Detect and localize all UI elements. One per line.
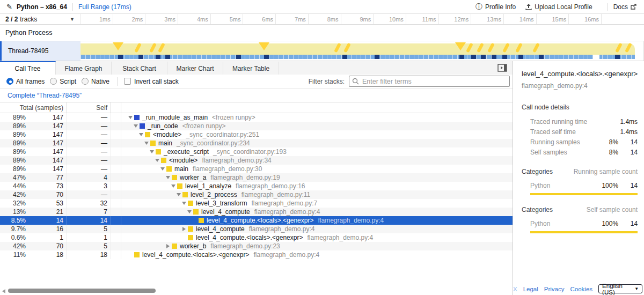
native-category-icon <box>134 115 140 120</box>
tab-marker-table[interactable]: Marker Table <box>223 61 279 75</box>
table-row[interactable]: 89%147—main_sync_coordinator.py:234 <box>0 139 513 148</box>
sample-strip <box>80 55 635 59</box>
expand-twisty[interactable] <box>170 185 177 188</box>
table-row[interactable]: 42%70—level_2_processflamegraph_demo.py:… <box>0 190 513 199</box>
table-row[interactable]: 11%1818level_4_compute.<locals>.<genexpr… <box>0 250 513 259</box>
chevron-right-icon <box>182 227 186 231</box>
expand-twisty[interactable] <box>137 133 145 136</box>
total-percent: 32% <box>0 200 26 207</box>
cookies-link[interactable]: Cookies <box>570 286 593 292</box>
total-percent: 9.7% <box>0 225 26 233</box>
total-percent: 89% <box>0 139 26 147</box>
column-header-total[interactable]: Total (samples) <box>0 102 67 113</box>
radio-all-frames[interactable]: All frames <box>6 78 45 85</box>
expand-twisty[interactable] <box>186 210 193 213</box>
table-row[interactable]: 89%147—<module>_sync_coordinator.py:251 <box>0 130 513 139</box>
complete-thread-link[interactable]: Complete “Thread-78495” <box>8 92 82 99</box>
expand-twisty[interactable] <box>164 176 172 179</box>
tab-call-tree[interactable]: Call Tree <box>0 61 56 75</box>
search-wrap <box>349 76 510 87</box>
tab-stack-chart[interactable]: Stack Chart <box>112 61 167 75</box>
horizontal-scrollbar <box>0 286 513 295</box>
table-row[interactable]: 44%733level_1_analyzeflamegraph_demo.py:… <box>0 182 513 190</box>
stat-value: 14 <box>618 149 638 156</box>
legal-link[interactable]: Legal <box>523 286 538 292</box>
track-canvas[interactable] <box>80 41 644 61</box>
marker-triangle-icon[interactable] <box>113 42 123 50</box>
expand-twisty[interactable] <box>148 150 156 153</box>
scrollbar-thumb[interactable] <box>8 289 156 293</box>
docs-link[interactable]: Docs <box>613 3 636 11</box>
expand-twisty[interactable] <box>143 142 150 145</box>
function-name: _run_module_as_main <box>142 114 208 121</box>
marker-triangle-icon[interactable] <box>259 42 269 50</box>
function-name: level_4_compute <box>196 225 245 233</box>
radio-native[interactable]: Native <box>82 78 109 85</box>
total-samples: 53 <box>26 200 67 207</box>
scroll-left-arrow-icon[interactable] <box>2 289 5 293</box>
cell-spacer <box>111 242 121 250</box>
function-file: flamegraph_demo.py:4 <box>307 234 373 241</box>
cell-self: — <box>67 139 111 148</box>
upload-profile-button[interactable]: Upload Local Profile <box>525 3 592 11</box>
search-input[interactable] <box>349 76 510 87</box>
external-link-icon <box>631 4 636 10</box>
expand-twisty[interactable] <box>153 159 161 162</box>
table-row[interactable]: 89%147—_run_module_as_main<frozen runpy> <box>0 113 513 122</box>
column-header-self[interactable]: Self <box>67 102 111 113</box>
privacy-link[interactable]: Privacy <box>544 286 565 292</box>
function-file: flamegraph_demo.py:16 <box>236 182 305 190</box>
expand-twisty[interactable] <box>175 193 182 196</box>
radio-script[interactable]: Script <box>50 78 76 85</box>
tree-header: Total (samples) Self <box>0 102 513 113</box>
profile-info-button[interactable]: ⓘ Profile Info <box>475 2 516 12</box>
sidebar-toggle-button[interactable] <box>497 64 507 72</box>
table-row[interactable]: 47%774worker_aflamegraph_demo.py:19 <box>0 173 513 182</box>
edit-profile-name-icon[interactable]: ✎ <box>6 3 12 11</box>
sample-segment-dark <box>236 55 241 59</box>
expand-twisty[interactable] <box>180 202 188 205</box>
python-category-icon <box>150 141 156 146</box>
function-file: flamegraph_demo.py:30 <box>193 165 262 173</box>
expand-twisty[interactable] <box>127 116 134 119</box>
table-row[interactable]: 8.5%1414level_4_compute.<locals>.<genexp… <box>0 216 513 225</box>
total-percent: 11% <box>0 251 26 259</box>
sample-segment-dark <box>165 55 170 59</box>
expand-twisty[interactable] <box>159 167 166 171</box>
sample-gap <box>593 55 599 59</box>
tab-marker-chart[interactable]: Marker Chart <box>167 61 223 75</box>
stat-label: Running samples <box>530 138 595 146</box>
function-file: <frozen runpy> <box>212 114 255 121</box>
footer: X Legal Privacy Cookies English (US) ▼ <box>513 284 642 293</box>
cell-spacer <box>111 156 121 165</box>
invert-call-stack-checkbox[interactable]: Invert call stack <box>124 78 179 85</box>
table-row[interactable]: 89%147—<module>flamegraph_demo.py:34 <box>0 156 513 165</box>
process-track-header[interactable]: Python Process <box>0 25 644 41</box>
expand-twisty[interactable] <box>164 244 172 248</box>
cell-total: 8.5%14 <box>0 216 67 225</box>
ruler-tick: 5ms <box>211 14 244 24</box>
table-row[interactable]: 89%147—_run_code<frozen runpy> <box>0 122 513 130</box>
marker-triangle-icon[interactable] <box>455 42 466 50</box>
table-row[interactable]: 13%217level_4_computeflamegraph_demo.py:… <box>0 208 513 216</box>
tab-flame-graph[interactable]: Flame Graph <box>56 61 112 75</box>
python-category-icon <box>145 132 150 137</box>
expand-twisty[interactable] <box>180 227 188 231</box>
table-row[interactable]: 89%147—mainflamegraph_demo.py:30 <box>0 165 513 173</box>
ruler-tick: 15ms <box>537 14 569 24</box>
tracks-dropdown[interactable]: 2 / 2 tracks ▼ <box>0 14 80 24</box>
table-row[interactable]: 32%5332level_3_transformflamegraph_demo.… <box>0 199 513 208</box>
cell-self: — <box>67 165 111 173</box>
language-select[interactable]: English (US) ▼ <box>598 284 642 293</box>
cell-self: 5 <box>67 242 111 250</box>
thread-track-label[interactable]: Thread-78495 <box>2 41 80 61</box>
timeline-ruler: 1ms2ms3ms4ms5ms6ms7ms8ms9ms10ms11ms12ms1… <box>80 14 644 24</box>
dismiss-footer-button[interactable]: X <box>513 286 517 292</box>
sample-segment-dark <box>264 55 269 59</box>
table-row[interactable]: 9.7%165level_4_computeflamegraph_demo.py… <box>0 225 513 233</box>
table-row[interactable]: 89%147—_execute_script_sync_coordinator.… <box>0 148 513 156</box>
full-range-link[interactable]: Full Range (17ms) <box>78 3 131 11</box>
expand-twisty[interactable] <box>132 124 140 128</box>
table-row[interactable]: 0.6%11level_4_compute.<locals>.<genexpr>… <box>0 233 513 242</box>
table-row[interactable]: 42%705worker_bflamegraph_demo.py:23 <box>0 242 513 250</box>
